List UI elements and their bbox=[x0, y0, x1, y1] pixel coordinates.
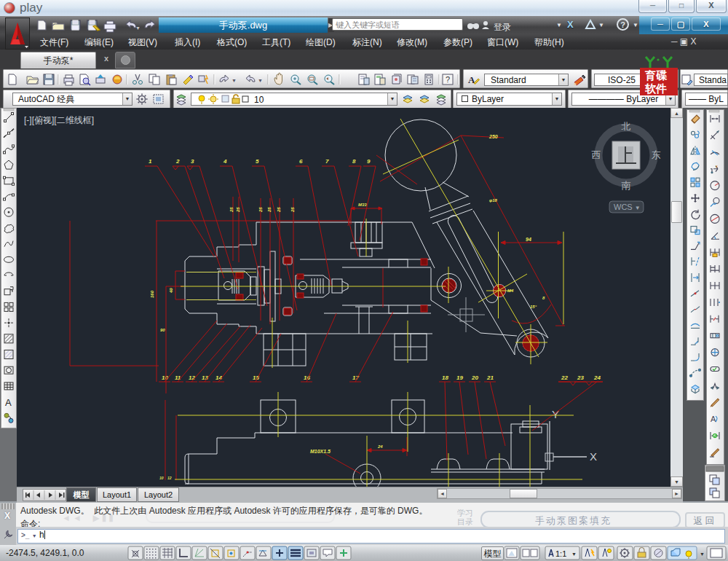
svg-text:25: 25 bbox=[277, 207, 281, 213]
svg-text:M33: M33 bbox=[358, 203, 367, 207]
svg-text:25: 25 bbox=[258, 207, 263, 213]
svg-text:1: 1 bbox=[149, 158, 152, 165]
svg-text:A: A bbox=[711, 415, 716, 423]
svg-text:6: 6 bbox=[299, 158, 303, 165]
svg-text:4: 4 bbox=[223, 158, 227, 165]
svg-text:22: 22 bbox=[561, 374, 568, 381]
svg-text:西: 西 bbox=[592, 149, 601, 160]
svg-text:12: 12 bbox=[167, 476, 172, 480]
svg-text:10: 10 bbox=[162, 374, 168, 381]
svg-text:南: 南 bbox=[622, 180, 631, 191]
svg-text:5: 5 bbox=[256, 158, 259, 165]
svg-text:250: 250 bbox=[488, 134, 498, 139]
svg-text:94: 94 bbox=[526, 237, 531, 242]
svg-text:A: A bbox=[5, 397, 12, 408]
svg-text:▼: ▼ bbox=[571, 552, 577, 557]
svg-text:9: 9 bbox=[367, 158, 371, 165]
svg-text:1:1: 1:1 bbox=[555, 549, 566, 558]
svg-text:8: 8 bbox=[352, 158, 356, 165]
svg-text:40: 40 bbox=[169, 288, 173, 294]
svg-text:19: 19 bbox=[456, 374, 463, 381]
svg-text:25: 25 bbox=[290, 207, 295, 213]
svg-text:25: 25 bbox=[267, 207, 272, 213]
svg-text:25: 25 bbox=[236, 207, 240, 213]
svg-text:▼: ▼ bbox=[135, 26, 141, 31]
svg-text:8: 8 bbox=[542, 296, 545, 300]
svg-text:18: 18 bbox=[442, 374, 448, 381]
svg-text:11: 11 bbox=[175, 374, 181, 381]
svg-text:φ18: φ18 bbox=[489, 198, 498, 203]
svg-text:[-][俯视][二维线框]: [-][俯视][二维线框] bbox=[24, 115, 94, 125]
svg-text:24: 24 bbox=[593, 374, 601, 381]
svg-text:M10X1.5: M10X1.5 bbox=[310, 449, 331, 454]
svg-text:7: 7 bbox=[325, 158, 329, 165]
svg-text:25: 25 bbox=[229, 207, 234, 213]
svg-text:15°: 15° bbox=[530, 305, 537, 309]
svg-text:20: 20 bbox=[471, 374, 478, 381]
svg-text:东: 东 bbox=[652, 149, 661, 160]
svg-text:12: 12 bbox=[189, 374, 195, 381]
svg-text:24: 24 bbox=[377, 444, 383, 449]
svg-text:90: 90 bbox=[160, 328, 165, 332]
svg-text:21: 21 bbox=[486, 374, 494, 381]
svg-text:10: 10 bbox=[159, 476, 164, 480]
svg-text:2: 2 bbox=[175, 158, 180, 165]
svg-text:?: ? bbox=[446, 75, 450, 84]
svg-text:软件: 软件 bbox=[644, 82, 667, 95]
svg-text:Y: Y bbox=[552, 408, 559, 420]
svg-text:M4: M4 bbox=[507, 289, 514, 293]
svg-text:x: x bbox=[716, 164, 718, 168]
svg-text:▼: ▼ bbox=[232, 78, 237, 83]
svg-text:3: 3 bbox=[191, 158, 194, 165]
svg-text:▼: ▼ bbox=[258, 78, 263, 83]
svg-text:160: 160 bbox=[150, 290, 154, 298]
svg-text:23: 23 bbox=[577, 374, 584, 381]
svg-text:育碟: 育碟 bbox=[644, 69, 668, 82]
svg-text:北: 北 bbox=[622, 121, 631, 132]
svg-text:▼: ▼ bbox=[700, 552, 705, 557]
svg-text:X: X bbox=[590, 450, 597, 463]
